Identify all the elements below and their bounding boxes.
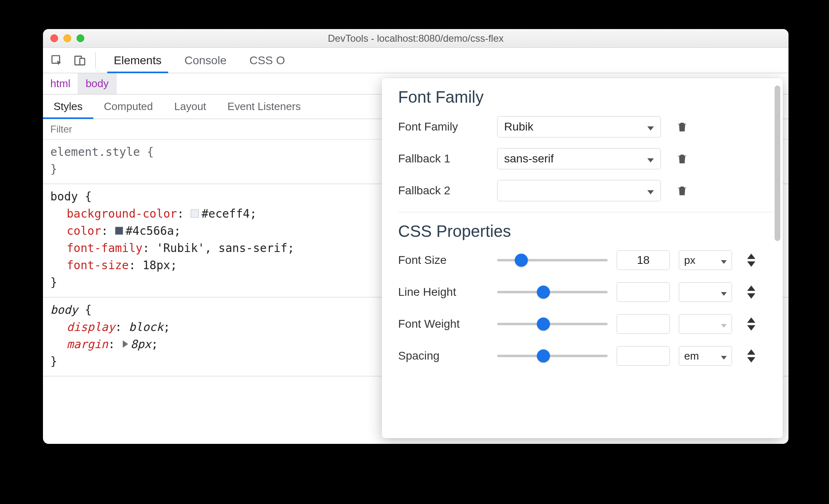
prop-label: Line Height bbox=[398, 286, 488, 299]
delete-button[interactable] bbox=[670, 180, 694, 201]
close-brace: } bbox=[50, 355, 57, 368]
font-family-select[interactable]: Rubik bbox=[497, 116, 661, 137]
step-down-icon[interactable] bbox=[747, 325, 755, 331]
field-fallback-2: Fallback 2 bbox=[398, 180, 774, 201]
stepper[interactable] bbox=[741, 349, 761, 362]
stepper[interactable] bbox=[741, 254, 761, 267]
field-label: Fallback 1 bbox=[398, 152, 488, 165]
prop-name: color bbox=[67, 224, 101, 238]
chevron-down-icon bbox=[647, 184, 654, 197]
unit-select[interactable]: px bbox=[679, 250, 732, 270]
subtab-label: Layout bbox=[174, 100, 206, 113]
prop-name: font-family bbox=[67, 241, 142, 255]
separator bbox=[95, 52, 96, 69]
prop-name: font-size bbox=[67, 259, 129, 272]
unit-select[interactable] bbox=[679, 314, 732, 334]
subtab-label: Styles bbox=[54, 100, 83, 113]
main-tabs: Elements Console CSS O bbox=[102, 48, 297, 73]
tab-label: CSS O bbox=[249, 54, 285, 67]
chevron-down-icon bbox=[721, 318, 727, 331]
prop-name: background-color bbox=[67, 207, 177, 220]
fallback2-select[interactable] bbox=[497, 180, 661, 201]
inspect-icon[interactable] bbox=[48, 52, 66, 70]
tab-label: Console bbox=[185, 54, 227, 67]
css-props-grid: Font Size18pxLine HeightFont WeightSpaci… bbox=[398, 250, 774, 366]
slider[interactable] bbox=[497, 317, 608, 331]
crumb-label: body bbox=[86, 77, 108, 90]
field-fallback-1: Fallback 1 sans-serif bbox=[398, 148, 774, 169]
chevron-down-icon bbox=[721, 254, 727, 267]
scrollbar[interactable] bbox=[775, 86, 780, 241]
prop-label: Font Size bbox=[398, 254, 488, 267]
combo-value: sans-serif bbox=[504, 152, 554, 165]
window-title: DevTools - localhost:8080/demo/css-flex bbox=[43, 33, 788, 44]
stepper[interactable] bbox=[741, 286, 761, 299]
selector-text: body bbox=[50, 303, 78, 317]
crumb-body[interactable]: body bbox=[78, 73, 116, 94]
prop-value: #eceff4 bbox=[201, 207, 250, 220]
slider[interactable] bbox=[497, 349, 608, 363]
field-label: Fallback 2 bbox=[398, 184, 488, 197]
devtools-window: DevTools - localhost:8080/demo/css-flex … bbox=[43, 29, 788, 444]
field-label: Font Family bbox=[398, 120, 488, 133]
delete-button[interactable] bbox=[670, 116, 694, 137]
prop-value: 18px bbox=[142, 259, 170, 272]
prop-label: Font Weight bbox=[398, 317, 488, 331]
selector-text: body bbox=[50, 190, 78, 203]
selector-text: element.style { bbox=[50, 145, 154, 159]
tab-css[interactable]: CSS O bbox=[238, 48, 296, 73]
color-swatch-icon[interactable] bbox=[115, 227, 123, 235]
color-swatch-icon[interactable] bbox=[191, 209, 199, 218]
subtab-event-listeners[interactable]: Event Listeners bbox=[217, 94, 311, 119]
heading-font-family: Font Family bbox=[398, 88, 774, 106]
step-up-icon[interactable] bbox=[747, 349, 755, 355]
value-input[interactable] bbox=[617, 346, 670, 366]
prop-label: Spacing bbox=[398, 349, 488, 362]
step-down-icon[interactable] bbox=[747, 293, 755, 299]
step-up-icon[interactable] bbox=[747, 286, 755, 291]
step-up-icon[interactable] bbox=[747, 317, 755, 323]
subtab-styles[interactable]: Styles bbox=[43, 94, 93, 119]
subtab-computed[interactable]: Computed bbox=[93, 94, 164, 119]
divider bbox=[398, 212, 774, 212]
main-toolbar: Elements Console CSS O bbox=[43, 48, 788, 73]
heading-css-properties: CSS Properties bbox=[398, 222, 774, 241]
svg-rect-2 bbox=[80, 58, 85, 65]
combo-value: Rubik bbox=[504, 120, 534, 133]
subtab-label: Event Listeners bbox=[228, 100, 301, 113]
unit-select[interactable] bbox=[679, 282, 732, 302]
chevron-down-icon bbox=[721, 286, 727, 299]
prop-value: #4c566a bbox=[126, 224, 174, 238]
tab-console[interactable]: Console bbox=[173, 48, 238, 73]
stepper[interactable] bbox=[741, 317, 761, 331]
close-brace: } bbox=[50, 162, 57, 176]
delete-button[interactable] bbox=[670, 148, 694, 169]
prop-name: margin bbox=[67, 338, 108, 351]
value-input[interactable] bbox=[617, 314, 670, 334]
tab-label: Elements bbox=[114, 54, 162, 67]
crumb-html[interactable]: html bbox=[43, 73, 78, 94]
prop-value: 8px bbox=[131, 338, 151, 351]
subtab-layout[interactable]: Layout bbox=[164, 94, 217, 119]
prop-value: 'Rubik', sans-serif bbox=[156, 241, 287, 255]
prop-value: block bbox=[129, 320, 163, 334]
chevron-down-icon bbox=[647, 152, 654, 165]
value-input[interactable]: 18 bbox=[617, 250, 670, 270]
slider[interactable] bbox=[497, 253, 608, 268]
crumb-label: html bbox=[50, 77, 70, 90]
chevron-down-icon bbox=[721, 350, 727, 362]
unit-select[interactable]: em bbox=[679, 346, 732, 366]
step-down-icon[interactable] bbox=[747, 357, 755, 362]
font-editor-panel: Font Family Font Family Rubik Fallback 1… bbox=[382, 78, 783, 438]
close-brace: } bbox=[50, 276, 57, 289]
subtab-label: Computed bbox=[104, 100, 153, 113]
step-up-icon[interactable] bbox=[747, 254, 755, 259]
step-down-icon[interactable] bbox=[747, 261, 755, 267]
value-input[interactable] bbox=[617, 282, 670, 302]
tab-elements[interactable]: Elements bbox=[102, 48, 173, 73]
titlebar: DevTools - localhost:8080/demo/css-flex bbox=[43, 29, 788, 48]
expand-shorthand-icon[interactable] bbox=[123, 340, 128, 348]
slider[interactable] bbox=[497, 285, 608, 299]
device-toggle-icon[interactable] bbox=[71, 52, 89, 70]
fallback1-select[interactable]: sans-serif bbox=[497, 148, 661, 169]
